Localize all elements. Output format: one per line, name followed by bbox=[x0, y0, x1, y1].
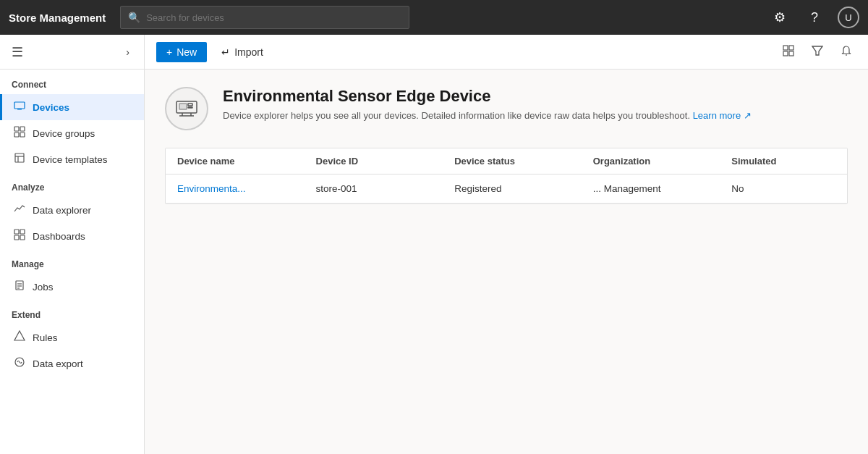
sidebar-item-data-export[interactable]: Data export bbox=[0, 350, 144, 377]
sidebar-item-devices[interactable]: Devices bbox=[0, 94, 144, 120]
avatar[interactable]: U bbox=[838, 7, 859, 28]
device-templates-icon bbox=[14, 152, 25, 167]
sidebar-toggle[interactable]: ☰ › bbox=[0, 35, 144, 70]
help-button[interactable]: ? bbox=[803, 6, 826, 29]
svg-marker-17 bbox=[14, 331, 25, 340]
sidebar-item-rules-label: Rules bbox=[33, 332, 58, 343]
section-label-extend: Extend bbox=[0, 300, 144, 324]
filter-button[interactable] bbox=[807, 42, 827, 62]
svg-rect-4 bbox=[14, 133, 19, 137]
cell-device-id: store-001 bbox=[316, 183, 455, 194]
cell-simulated: No bbox=[731, 183, 835, 194]
col-header-device-status: Device status bbox=[454, 156, 593, 167]
sidebar-item-device-templates-label: Device templates bbox=[33, 154, 108, 165]
svg-rect-12 bbox=[20, 235, 25, 240]
col-header-simulated: Simulated bbox=[731, 156, 835, 167]
svg-rect-0 bbox=[14, 102, 25, 109]
sidebar-item-device-groups[interactable]: Device groups bbox=[0, 120, 144, 146]
svg-rect-6 bbox=[15, 154, 24, 162]
sidebar-item-data-explorer-label: Data explorer bbox=[33, 205, 91, 216]
sidebar-item-device-groups-label: Device groups bbox=[33, 128, 95, 139]
section-label-analyze: Analyze bbox=[0, 172, 144, 197]
hamburger-icon: ☰ bbox=[12, 44, 23, 60]
import-button-label: Import bbox=[234, 46, 263, 58]
table-row: Environmenta... store-001 Registered ...… bbox=[166, 175, 847, 203]
device-page-description: Device explorer helps you see all your d… bbox=[223, 110, 752, 121]
plus-icon: + bbox=[166, 46, 172, 58]
sidebar-item-data-explorer[interactable]: Data explorer bbox=[0, 197, 144, 223]
layout-toggle-button[interactable] bbox=[778, 42, 799, 62]
svg-rect-1 bbox=[17, 109, 22, 110]
cell-device-name[interactable]: Environmenta... bbox=[177, 183, 316, 194]
nav-icons: ⚙ ? U bbox=[768, 6, 859, 29]
new-button[interactable]: + Device name New bbox=[156, 42, 207, 62]
col-header-organization: Organization bbox=[593, 156, 732, 167]
sidebar-section-extend: Extend Rules Data export bbox=[0, 300, 144, 377]
devices-icon bbox=[14, 100, 25, 114]
svg-rect-2 bbox=[14, 127, 19, 131]
svg-marker-23 bbox=[812, 46, 822, 55]
sidebar-expand-icon[interactable]: › bbox=[123, 43, 132, 61]
device-header: Environmental Sensor Edge Device Device … bbox=[165, 87, 848, 130]
svg-rect-10 bbox=[20, 230, 25, 234]
search-input[interactable] bbox=[146, 12, 401, 23]
device-header-text: Environmental Sensor Edge Device Device … bbox=[223, 87, 752, 121]
content-area: + Device name New ↵ Import bbox=[145, 35, 868, 454]
dashboards-icon bbox=[14, 229, 25, 243]
main-layout: ☰ › Connect Devices Device groups bbox=[0, 35, 868, 454]
sidebar-item-rules[interactable]: Rules bbox=[0, 324, 144, 350]
sidebar-item-jobs-label: Jobs bbox=[33, 282, 54, 293]
svg-rect-27 bbox=[188, 104, 192, 106]
data-export-icon bbox=[14, 356, 25, 371]
top-nav: Store Management 🔍 ⚙ ? U bbox=[0, 0, 868, 35]
device-table: Device name Device ID Device status Orga… bbox=[165, 148, 848, 204]
sidebar-item-data-export-label: Data export bbox=[33, 358, 83, 369]
svg-rect-21 bbox=[783, 51, 788, 56]
sidebar-item-jobs[interactable]: Jobs bbox=[0, 274, 144, 300]
svg-rect-22 bbox=[789, 51, 793, 56]
sidebar-item-dashboards-label: Dashboards bbox=[33, 231, 85, 242]
settings-icon: ⚙ bbox=[774, 9, 786, 25]
learn-more-link[interactable]: Learn more ↗ bbox=[693, 110, 752, 121]
toolbar-right bbox=[778, 42, 856, 62]
section-label-connect: Connect bbox=[0, 70, 144, 94]
sidebar-section-manage: Manage Jobs bbox=[0, 249, 144, 300]
app-title: Store Management bbox=[9, 12, 106, 24]
search-icon: 🔍 bbox=[128, 12, 140, 23]
svg-rect-20 bbox=[789, 46, 793, 50]
import-button[interactable]: ↵ Import bbox=[213, 42, 272, 62]
settings-button[interactable]: ⚙ bbox=[768, 6, 791, 29]
import-icon: ↵ bbox=[221, 46, 230, 58]
table-header: Device name Device ID Device status Orga… bbox=[166, 148, 847, 175]
svg-rect-19 bbox=[783, 46, 788, 50]
col-header-device-id: Device ID bbox=[316, 156, 455, 167]
jobs-icon bbox=[14, 279, 25, 294]
cell-organization: ... Management bbox=[593, 183, 732, 194]
section-label-manage: Manage bbox=[0, 249, 144, 274]
device-groups-icon bbox=[14, 126, 25, 140]
sidebar-section-analyze: Analyze Data explorer Dashboards bbox=[0, 172, 144, 249]
svg-rect-11 bbox=[14, 235, 19, 240]
help-icon: ? bbox=[811, 10, 818, 25]
svg-rect-3 bbox=[20, 127, 25, 131]
rules-icon bbox=[14, 330, 25, 345]
data-explorer-icon bbox=[14, 203, 25, 217]
svg-rect-26 bbox=[179, 104, 187, 109]
search-bar[interactable]: 🔍 bbox=[120, 6, 409, 29]
sidebar-item-device-templates[interactable]: Device templates bbox=[0, 146, 144, 172]
col-header-device-name: Device name bbox=[177, 156, 316, 167]
toolbar: + Device name New ↵ Import bbox=[145, 35, 868, 70]
svg-rect-9 bbox=[14, 230, 19, 234]
sidebar-section-connect: Connect Devices Device groups Device tem… bbox=[0, 70, 144, 172]
svg-rect-5 bbox=[20, 133, 25, 137]
notification-button[interactable] bbox=[836, 42, 856, 62]
device-icon bbox=[165, 87, 208, 130]
sidebar: ☰ › Connect Devices Device groups bbox=[0, 35, 145, 454]
svg-rect-28 bbox=[188, 107, 192, 108]
sidebar-item-dashboards[interactable]: Dashboards bbox=[0, 223, 144, 249]
cell-device-status: Registered bbox=[454, 183, 593, 194]
sidebar-item-devices-label: Devices bbox=[33, 102, 69, 113]
device-page-title: Environmental Sensor Edge Device bbox=[223, 87, 752, 106]
page-content: Environmental Sensor Edge Device Device … bbox=[145, 70, 868, 454]
